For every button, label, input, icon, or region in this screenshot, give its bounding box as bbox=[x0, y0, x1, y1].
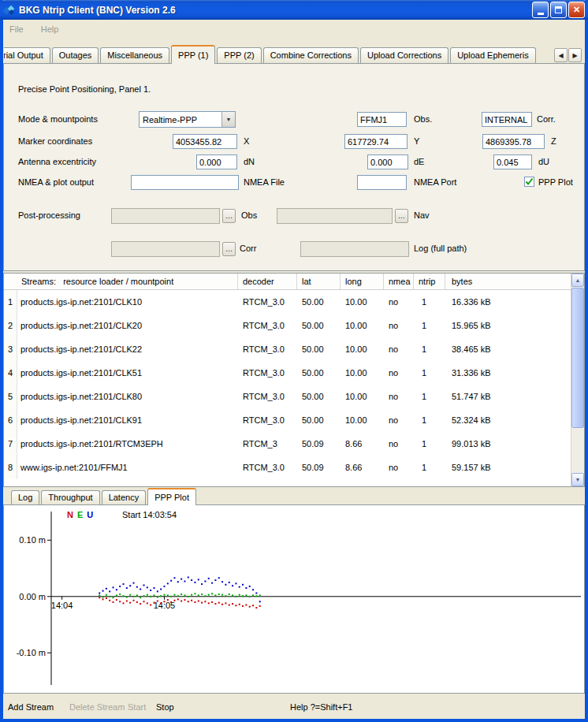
app-icon bbox=[3, 4, 16, 17]
decoder-cell: RTCM_3 bbox=[238, 432, 297, 456]
obs-label: Obs. bbox=[414, 114, 432, 124]
start-button[interactable]: Start bbox=[128, 702, 146, 712]
marker-y-field[interactable] bbox=[344, 134, 408, 149]
tab-latency[interactable]: Latency bbox=[102, 490, 147, 504]
maximize-button[interactable] bbox=[550, 2, 567, 18]
antenna-de-field[interactable] bbox=[367, 154, 408, 169]
header-long: long bbox=[341, 274, 384, 289]
streams-table: Streams: resource loader / mountpoint de… bbox=[3, 273, 585, 487]
corr-mountpoint-field[interactable] bbox=[482, 112, 532, 127]
nmea-file-field[interactable] bbox=[131, 175, 239, 190]
table-row[interactable]: 6products.igs-ip.net:2101/CLK91RTCM_3.05… bbox=[4, 408, 571, 432]
decoder-cell: RTCM_3.0 bbox=[238, 408, 297, 432]
table-row[interactable]: 3products.igs-ip.net:2101/CLK22RTCM_3.05… bbox=[4, 337, 571, 361]
browse-nav-button[interactable]: ... bbox=[395, 209, 408, 223]
tab-ppp-1[interactable]: PPP (1) bbox=[171, 45, 215, 64]
help-hint-label: Help ?=Shift+F1 bbox=[290, 702, 353, 712]
ntrip-cell: 1 bbox=[414, 432, 445, 456]
post-nav-label: Nav bbox=[414, 210, 430, 220]
mountpoint-cell: products.igs-ip.net:2101/RTCM3EPH bbox=[17, 432, 238, 456]
tab-throughput[interactable]: Throughput bbox=[41, 490, 99, 504]
table-row[interactable]: 7products.igs-ip.net:2101/RTCM3EPHRTCM_3… bbox=[4, 432, 571, 456]
header-mountpoint: Streams: resource loader / mountpoint bbox=[4, 274, 238, 289]
decoder-cell: RTCM_3.0 bbox=[238, 314, 297, 337]
scroll-down-button[interactable]: ▼ bbox=[571, 473, 584, 486]
tab-combine-corrections[interactable]: Combine Corrections bbox=[263, 47, 359, 63]
nmea-cell: no bbox=[384, 385, 414, 408]
browse-obs-button[interactable]: ... bbox=[222, 209, 236, 223]
long-cell: 10.00 bbox=[341, 337, 384, 361]
ppp-plot-pane: 0.10 m0.00 m-0.10 m14:0414:05 NEU Start … bbox=[3, 504, 585, 694]
close-button[interactable]: ✕ bbox=[568, 2, 585, 18]
tab-upload-ephemeris[interactable]: Upload Ephemeris bbox=[450, 47, 536, 63]
tab-ppp-plot[interactable]: PPP Plot bbox=[147, 488, 196, 505]
bytes-cell: 16.336 kB bbox=[445, 290, 571, 314]
long-cell: 10.00 bbox=[341, 361, 384, 385]
obs-mountpoint-field[interactable] bbox=[357, 112, 407, 127]
tab-upload-corrections[interactable]: Upload Corrections bbox=[360, 47, 448, 63]
du-label: dU bbox=[538, 157, 549, 166]
scroll-up-button[interactable]: ▲ bbox=[571, 274, 584, 287]
nmea-cell: no bbox=[384, 290, 414, 314]
post-corr-label: Corr bbox=[240, 244, 256, 253]
add-stream-button[interactable]: Add Stream bbox=[8, 702, 54, 712]
nmea-cell: no bbox=[384, 314, 414, 337]
nmea-file-label: NMEA File bbox=[244, 177, 285, 187]
scrollbar-thumb[interactable] bbox=[571, 288, 584, 428]
marker-x-field[interactable] bbox=[173, 134, 237, 149]
ntrip-cell: 1 bbox=[414, 290, 445, 314]
lat-cell: 50.09 bbox=[297, 456, 341, 479]
chevron-down-icon[interactable]: ▼ bbox=[221, 112, 235, 127]
tab-miscellaneous[interactable]: Miscellaneous bbox=[100, 47, 169, 63]
corr-label: Corr. bbox=[537, 114, 556, 124]
menu-file[interactable]: File bbox=[9, 24, 24, 34]
tab-serial-output[interactable]: rial Output bbox=[4, 47, 50, 63]
mode-combobox-value: Realtime-PPP bbox=[140, 115, 221, 125]
tab-outages[interactable]: Outages bbox=[52, 47, 99, 63]
antenna-du-field[interactable] bbox=[493, 154, 532, 169]
antenna-dn-field[interactable] bbox=[196, 154, 237, 169]
tab-scroll-left-button[interactable]: ◀ bbox=[554, 48, 568, 62]
svg-text:-0.10 m: -0.10 m bbox=[17, 648, 46, 657]
ntrip-cell: 1 bbox=[414, 361, 445, 385]
table-row[interactable]: 5products.igs-ip.net:2101/CLK80RTCM_3.05… bbox=[4, 385, 571, 408]
delete-stream-button[interactable]: Delete Stream bbox=[69, 702, 125, 712]
bytes-cell: 31.336 kB bbox=[445, 361, 571, 385]
table-row[interactable]: 2products.igs-ip.net:2101/CLK20RTCM_3.05… bbox=[4, 314, 571, 337]
bottom-tab-bar: Log Throughput Latency PPP Plot bbox=[11, 487, 198, 505]
table-scrollbar[interactable]: ▲ ▼ bbox=[571, 274, 584, 486]
nmea-cell: no bbox=[384, 432, 414, 456]
marker-z-field[interactable] bbox=[482, 134, 545, 149]
titlebar: BKG Ntrip Client (BNC) Version 2.6 ✕ bbox=[0, 0, 588, 20]
bytes-cell: 52.324 kB bbox=[445, 408, 571, 432]
post-nav-field bbox=[277, 208, 393, 224]
stop-button[interactable]: Stop bbox=[156, 702, 174, 712]
lat-cell: 50.00 bbox=[297, 385, 341, 408]
table-row[interactable]: 4products.igs-ip.net:2101/CLK51RTCM_3.05… bbox=[4, 361, 571, 385]
post-obs-field bbox=[111, 208, 220, 224]
post-log-field bbox=[300, 241, 409, 257]
tab-log[interactable]: Log bbox=[11, 490, 39, 504]
header-bytes: bytes bbox=[445, 274, 584, 289]
arrow-down-icon: ▼ bbox=[575, 477, 581, 482]
ppp-plot-checkbox[interactable] bbox=[524, 177, 534, 187]
lat-cell: 50.09 bbox=[297, 432, 341, 456]
streams-table-header: Streams: resource loader / mountpoint de… bbox=[4, 274, 584, 290]
tab-ppp-2[interactable]: PPP (2) bbox=[217, 47, 261, 63]
row-number: 4 bbox=[4, 361, 17, 385]
table-row[interactable]: 1products.igs-ip.net:2101/CLK10RTCM_3.05… bbox=[4, 290, 571, 314]
lat-cell: 50.00 bbox=[297, 290, 341, 314]
decoder-cell: RTCM_3.0 bbox=[238, 361, 297, 385]
table-row[interactable]: 8www.igs-ip.net:2101/FFMJ1RTCM_3.050.098… bbox=[4, 456, 571, 479]
minimize-button[interactable] bbox=[532, 2, 549, 18]
post-corr-field bbox=[111, 241, 220, 257]
ntrip-cell: 1 bbox=[414, 408, 445, 432]
mountpoint-cell: products.igs-ip.net:2101/CLK80 bbox=[17, 385, 238, 408]
menu-help[interactable]: Help bbox=[41, 24, 59, 34]
de-label: dE bbox=[414, 157, 424, 166]
row-number: 3 bbox=[4, 337, 17, 361]
nmea-port-field[interactable] bbox=[357, 175, 407, 190]
browse-corr-button[interactable]: ... bbox=[222, 242, 236, 256]
mode-combobox[interactable]: Realtime-PPP ▼ bbox=[139, 111, 236, 128]
tab-scroll-right-button[interactable]: ▶ bbox=[568, 48, 582, 62]
